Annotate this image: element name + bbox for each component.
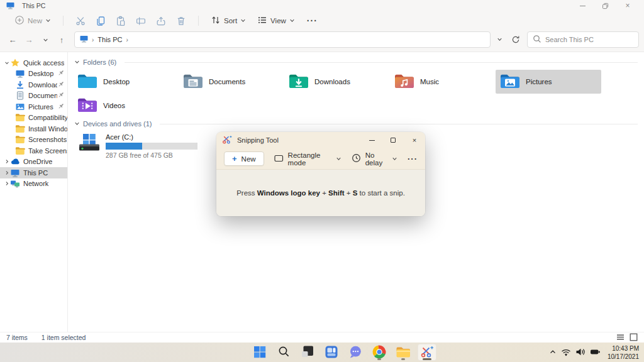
folder-tile-pictures[interactable]: Pictures	[496, 70, 601, 94]
chevron-down-icon	[336, 155, 341, 163]
network-icon	[10, 178, 20, 189]
search-input[interactable]	[545, 36, 633, 43]
taskbar-task-view-button[interactable]	[298, 344, 317, 361]
sidebar-item-compatibility-mode[interactable]: Compatibility Mode	[0, 112, 67, 124]
chevron-right-icon[interactable]	[3, 181, 10, 186]
folder-tile-music[interactable]: Music	[390, 70, 496, 94]
chevron-right-icon[interactable]	[3, 170, 10, 175]
sidebar-item-this-pc[interactable]: This PC	[0, 167, 67, 178]
cut-icon[interactable]	[71, 13, 90, 28]
history-dropdown-button[interactable]	[38, 32, 53, 47]
folders-section-header[interactable]: Folders (6)	[74, 58, 640, 66]
breadcrumb[interactable]: This PC	[97, 36, 122, 43]
devices-section-header[interactable]: Devices and drives (1)	[74, 120, 640, 128]
paste-icon[interactable]	[111, 13, 130, 28]
maximize-button[interactable]	[382, 132, 404, 148]
delete-icon[interactable]	[172, 13, 191, 28]
folder-icon	[15, 146, 25, 156]
sidebar-item-downloads[interactable]: Downloads	[0, 79, 67, 90]
restore-button[interactable]	[594, 0, 616, 11]
battery-icon[interactable]	[590, 348, 601, 358]
details-view-icon[interactable]	[616, 333, 625, 343]
show-hidden-icons-chevron[interactable]	[549, 349, 557, 356]
pin-icon	[57, 91, 65, 100]
refresh-icon[interactable]	[508, 32, 523, 47]
taskbar-start-button[interactable]	[250, 344, 269, 361]
close-button[interactable]: ×	[616, 0, 639, 11]
folder-tile-desktop[interactable]: Desktop	[73, 70, 179, 94]
hint-text-segment: +	[345, 189, 353, 197]
folder-name: Documents	[209, 78, 245, 85]
hint-text-segment: Press	[236, 189, 257, 197]
taskbar-chat-button[interactable]	[346, 344, 365, 361]
chevron-down-icon[interactable]	[3, 60, 10, 65]
view-icon	[257, 15, 267, 26]
sidebar-item-screenshots[interactable]: Screenshots	[0, 134, 67, 146]
address-bar[interactable]: › This PC ›	[74, 31, 491, 48]
desktop-icon	[15, 69, 25, 79]
snipping-tool-window: Snipping Tool × + New Rectangle mode No …	[216, 132, 425, 216]
up-button[interactable]: ↑	[54, 32, 69, 47]
snipping-tool-title: Snipping Tool	[237, 136, 279, 144]
back-button[interactable]: ←	[5, 32, 20, 47]
taskbar-search-button[interactable]	[274, 344, 293, 361]
task-view-icon	[301, 345, 314, 359]
sidebar-item-documents[interactable]: Documents	[0, 90, 67, 102]
chevron-down-icon	[74, 120, 80, 128]
tray-date: 10/17/2021	[608, 353, 639, 361]
sort-icon	[211, 15, 221, 26]
sidebar-item-pictures[interactable]: Pictures	[0, 101, 67, 112]
view-button[interactable]: View	[253, 13, 299, 29]
wifi-icon[interactable]	[561, 348, 571, 358]
volume-icon[interactable]	[575, 348, 586, 358]
documents-icon	[15, 90, 25, 101]
close-button[interactable]: ×	[404, 132, 425, 148]
explorer-toolbar: New Sort View ···	[0, 11, 644, 30]
clock[interactable]: 10:43 PM 10/17/2021	[608, 344, 639, 361]
minimize-button[interactable]	[361, 132, 382, 148]
folder-tile-documents[interactable]: Documents	[179, 70, 284, 94]
address-dropdown-button[interactable]	[492, 32, 507, 47]
see-more-button[interactable]: ···	[408, 154, 418, 163]
drive-item[interactable]: Acer (C:)287 GB free of 475 GB	[77, 131, 203, 161]
folder-name: Downloads	[314, 78, 350, 85]
sidebar-item-quick-access[interactable]: Quick access	[0, 57, 67, 69]
copy-icon[interactable]	[91, 13, 110, 28]
folder-tile-videos[interactable]: Videos	[73, 94, 179, 118]
more-options-button[interactable]: ···	[302, 16, 323, 26]
share-icon[interactable]	[152, 13, 170, 28]
snip-delay-dropdown[interactable]: No delay	[352, 151, 397, 167]
chevron-down-icon	[45, 17, 51, 25]
window-controls: ×	[571, 0, 639, 11]
folder-documents-icon	[182, 72, 204, 91]
drive-name: Acer (C:)	[106, 133, 197, 141]
forward-button[interactable]: →	[21, 32, 36, 47]
taskbar-file-explorer-button[interactable]	[394, 344, 413, 361]
large-icons-view-icon[interactable]	[630, 333, 638, 343]
sidebar-item-take-screenshots[interactable]: Take Screenshots	[0, 145, 67, 156]
chevron-right-icon[interactable]	[3, 159, 10, 164]
folder-downloads-icon	[288, 72, 309, 91]
sidebar-item-label: Desktop	[28, 70, 53, 77]
sidebar-item-onedrive[interactable]: OneDrive	[0, 156, 67, 168]
new-snip-button[interactable]: + New	[224, 151, 264, 166]
snip-mode-dropdown[interactable]: Rectangle mode	[274, 151, 341, 167]
folder-name: Desktop	[103, 78, 130, 85]
sort-button[interactable]: Sort	[206, 13, 250, 29]
sidebar-item-network[interactable]: Network	[0, 178, 67, 190]
new-button[interactable]: New	[10, 13, 55, 29]
rename-icon[interactable]	[131, 13, 150, 28]
taskbar-widgets-button[interactable]	[322, 344, 341, 361]
taskbar-snipping-tool-button[interactable]	[418, 344, 436, 361]
status-bar: 7 items 1 item selected	[0, 332, 644, 343]
minimize-button[interactable]	[571, 0, 594, 11]
taskbar-chrome-button[interactable]	[370, 344, 389, 361]
sidebar-item-install-windows-11[interactable]: Install Windows 11	[0, 123, 67, 134]
folder-tile-downloads[interactable]: Downloads	[284, 70, 390, 94]
sidebar-item-desktop[interactable]: Desktop	[0, 69, 67, 80]
snip-hint: Press Windows logo key + Shift + S to st…	[216, 170, 425, 216]
sidebar-item-label: Screenshots	[28, 136, 67, 143]
onedrive-icon	[10, 156, 20, 167]
toolbar-divider	[63, 16, 64, 26]
folder-pictures-icon	[499, 72, 521, 91]
